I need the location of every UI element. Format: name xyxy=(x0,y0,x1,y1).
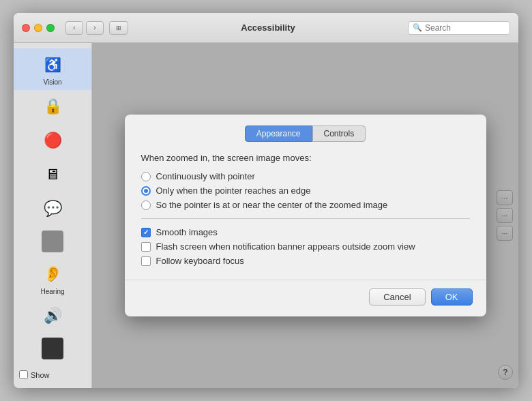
sidebar-item-zoom[interactable]: 🔴 xyxy=(14,124,91,158)
ok-button[interactable]: OK xyxy=(431,288,473,306)
checkbox-group: ✓ Smooth images Flash screen when notifi… xyxy=(141,227,470,266)
checkbox-item-flash[interactable]: Flash screen when notification banner ap… xyxy=(141,241,470,252)
forward-button[interactable]: › xyxy=(86,21,104,35)
sidebar-item-speech[interactable]: 💬 xyxy=(14,192,91,226)
section-title: When zoomed in, the screen image moves: xyxy=(141,153,470,163)
dialog-backdrop: Appearance Controls When zoomed in, the … xyxy=(92,43,518,388)
sidebar-item-voiceover[interactable]: 🔒 xyxy=(14,90,91,124)
search-box[interactable]: 🔍 xyxy=(408,21,510,35)
sidebar-label-hearing: Hearing xyxy=(40,288,64,295)
speech-icon: 💬 xyxy=(40,196,65,221)
search-icon: 🔍 xyxy=(413,23,422,32)
dialog-footer: Cancel OK xyxy=(125,280,486,316)
window-title: Accessibility xyxy=(134,23,402,33)
audio-icon: 🔊 xyxy=(40,303,65,328)
search-input[interactable] xyxy=(425,23,505,33)
radio-dot xyxy=(144,189,148,193)
checkbox-flash[interactable] xyxy=(141,242,151,252)
main-window: ‹ › ⊞ Accessibility 🔍 ♿ Vision 🔒 🔴 xyxy=(14,13,518,388)
radio-item-center[interactable]: So the pointer is at or near the center … xyxy=(141,200,470,210)
sidebar-item-audio[interactable]: 🔊 xyxy=(14,299,91,333)
accessibility-icon: ♿ xyxy=(40,53,65,77)
checkmark-smooth: ✓ xyxy=(143,228,149,236)
close-button[interactable] xyxy=(22,24,30,32)
radio-item-edge[interactable]: Only when the pointer reaches an edge xyxy=(141,185,470,196)
checkbox-keyboard[interactable] xyxy=(141,256,151,266)
radio-continuously[interactable] xyxy=(141,172,151,181)
sidebar-item-descriptions[interactable] xyxy=(14,226,91,258)
hearing-icon: 👂 xyxy=(40,262,65,286)
display-icon: 🖥 xyxy=(40,162,65,187)
captions-icon xyxy=(42,338,63,359)
divider xyxy=(141,218,470,219)
checkbox-item-smooth[interactable]: ✓ Smooth images xyxy=(141,227,470,237)
sidebar-item-vision[interactable]: ♿ Vision xyxy=(14,48,91,90)
sidebar-item-hearing[interactable]: 👂 Hearing xyxy=(14,258,91,299)
radio-center[interactable] xyxy=(141,200,151,210)
radio-item-continuously[interactable]: Continuously with pointer xyxy=(141,171,470,181)
traffic-lights xyxy=(22,24,55,32)
checkbox-smooth[interactable]: ✓ xyxy=(141,228,151,237)
voiceover-icon: 🔒 xyxy=(40,94,65,119)
content-area: ♿ Vision 🔒 🔴 🖥 💬 xyxy=(14,43,518,388)
sidebar-bottom: Show xyxy=(14,365,91,385)
show-all-label[interactable]: Show xyxy=(19,370,86,379)
minimize-button[interactable] xyxy=(34,24,42,32)
maximize-button[interactable] xyxy=(46,24,55,32)
sidebar-label-vision: Vision xyxy=(43,78,61,86)
titlebar: ‹ › ⊞ Accessibility 🔍 xyxy=(14,13,518,43)
descriptions-icon xyxy=(42,231,63,252)
grid-button[interactable]: ⊞ xyxy=(109,21,128,35)
radio-edge[interactable] xyxy=(141,186,151,196)
cancel-button[interactable]: Cancel xyxy=(369,288,425,306)
nav-buttons: ‹ › xyxy=(65,21,104,35)
radio-group: Continuously with pointer Only when the … xyxy=(141,171,470,210)
back-button[interactable]: ‹ xyxy=(65,21,83,35)
zoom-icon: 🔴 xyxy=(40,128,65,153)
dialog-body: Appearance Controls When zoomed in, the … xyxy=(125,115,486,280)
tab-controls[interactable]: Controls xyxy=(312,125,366,142)
show-all-checkbox[interactable] xyxy=(19,370,28,379)
right-panel: ··· ··· ··· ? Appearance Controls xyxy=(92,43,518,388)
sidebar-item-display[interactable]: 🖥 xyxy=(14,158,91,192)
tab-appearance[interactable]: Appearance xyxy=(245,125,312,142)
sidebar-item-captions[interactable] xyxy=(14,333,91,365)
checkbox-item-keyboard[interactable]: Follow keyboard focus xyxy=(141,256,470,266)
tab-bar: Appearance Controls xyxy=(141,125,470,142)
sidebar: ♿ Vision 🔒 🔴 🖥 💬 xyxy=(14,43,92,388)
dialog: Appearance Controls When zoomed in, the … xyxy=(125,115,486,316)
